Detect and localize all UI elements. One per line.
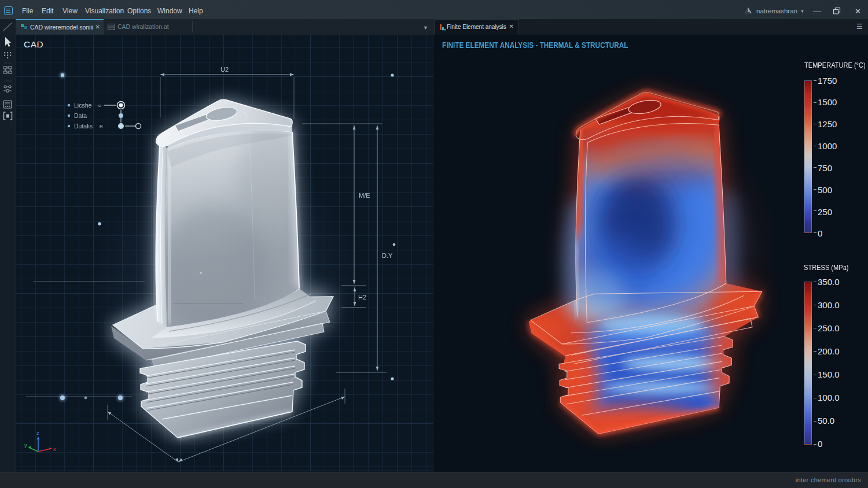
svg-text:c: c xyxy=(98,103,101,108)
svg-text:x: x xyxy=(53,446,56,452)
svg-text:Dutalis: Dutalis xyxy=(74,123,93,130)
svg-text:H2: H2 xyxy=(358,294,366,301)
svg-text:R: R xyxy=(100,124,103,129)
svg-text:Licshe: Licshe xyxy=(74,102,92,109)
svg-text:z: z xyxy=(36,430,39,436)
svg-text:D.Y: D.Y xyxy=(382,252,393,259)
svg-text:U2: U2 xyxy=(220,66,229,73)
svg-text:M/E: M/E xyxy=(359,192,370,199)
svg-text:Data: Data xyxy=(74,112,87,119)
svg-text:y: y xyxy=(24,442,27,448)
